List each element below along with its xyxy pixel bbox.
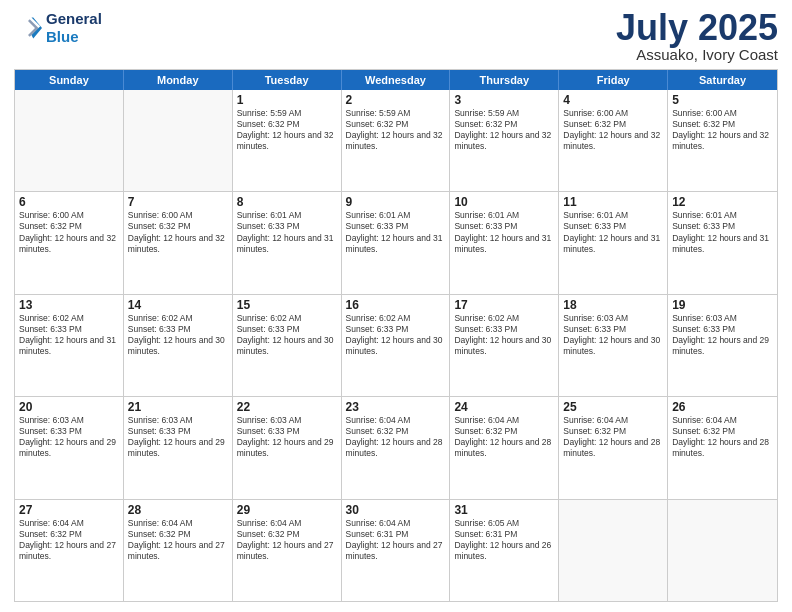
day-info: Sunrise: 6:01 AM Sunset: 6:33 PM Dayligh…: [672, 210, 773, 254]
calendar-cell: 31Sunrise: 6:05 AM Sunset: 6:31 PM Dayli…: [450, 500, 559, 601]
calendar-cell: [124, 90, 233, 191]
calendar-cell: 8Sunrise: 6:01 AM Sunset: 6:33 PM Daylig…: [233, 192, 342, 293]
calendar-cell: 13Sunrise: 6:02 AM Sunset: 6:33 PM Dayli…: [15, 295, 124, 396]
day-number: 19: [672, 298, 773, 312]
day-number: 6: [19, 195, 119, 209]
day-info: Sunrise: 6:02 AM Sunset: 6:33 PM Dayligh…: [346, 313, 446, 357]
day-number: 13: [19, 298, 119, 312]
calendar-week-1: 1Sunrise: 5:59 AM Sunset: 6:32 PM Daylig…: [15, 90, 777, 191]
day-info: Sunrise: 6:05 AM Sunset: 6:31 PM Dayligh…: [454, 518, 554, 562]
page: General Blue July 2025 Assuako, Ivory Co…: [0, 0, 792, 612]
day-info: Sunrise: 6:03 AM Sunset: 6:33 PM Dayligh…: [672, 313, 773, 357]
day-info: Sunrise: 5:59 AM Sunset: 6:32 PM Dayligh…: [237, 108, 337, 152]
calendar-cell: 21Sunrise: 6:03 AM Sunset: 6:33 PM Dayli…: [124, 397, 233, 498]
day-number: 3: [454, 93, 554, 107]
calendar-cell: 25Sunrise: 6:04 AM Sunset: 6:32 PM Dayli…: [559, 397, 668, 498]
calendar-cell: 29Sunrise: 6:04 AM Sunset: 6:32 PM Dayli…: [233, 500, 342, 601]
day-number: 4: [563, 93, 663, 107]
day-info: Sunrise: 6:03 AM Sunset: 6:33 PM Dayligh…: [563, 313, 663, 357]
calendar-cell: [559, 500, 668, 601]
calendar-cell: 1Sunrise: 5:59 AM Sunset: 6:32 PM Daylig…: [233, 90, 342, 191]
calendar-cell: 12Sunrise: 6:01 AM Sunset: 6:33 PM Dayli…: [668, 192, 777, 293]
day-info: Sunrise: 6:03 AM Sunset: 6:33 PM Dayligh…: [237, 415, 337, 459]
day-info: Sunrise: 6:04 AM Sunset: 6:32 PM Dayligh…: [19, 518, 119, 562]
weekday-header-tuesday: Tuesday: [233, 70, 342, 90]
weekday-header-saturday: Saturday: [668, 70, 777, 90]
day-info: Sunrise: 6:02 AM Sunset: 6:33 PM Dayligh…: [454, 313, 554, 357]
calendar-cell: 17Sunrise: 6:02 AM Sunset: 6:33 PM Dayli…: [450, 295, 559, 396]
weekday-header-wednesday: Wednesday: [342, 70, 451, 90]
day-number: 15: [237, 298, 337, 312]
day-number: 20: [19, 400, 119, 414]
day-number: 9: [346, 195, 446, 209]
day-number: 18: [563, 298, 663, 312]
day-number: 16: [346, 298, 446, 312]
calendar-cell: 15Sunrise: 6:02 AM Sunset: 6:33 PM Dayli…: [233, 295, 342, 396]
day-info: Sunrise: 5:59 AM Sunset: 6:32 PM Dayligh…: [346, 108, 446, 152]
day-number: 11: [563, 195, 663, 209]
day-number: 25: [563, 400, 663, 414]
weekday-header-friday: Friday: [559, 70, 668, 90]
calendar-cell: 26Sunrise: 6:04 AM Sunset: 6:32 PM Dayli…: [668, 397, 777, 498]
day-info: Sunrise: 6:01 AM Sunset: 6:33 PM Dayligh…: [454, 210, 554, 254]
calendar-cell: 11Sunrise: 6:01 AM Sunset: 6:33 PM Dayli…: [559, 192, 668, 293]
calendar-cell: 16Sunrise: 6:02 AM Sunset: 6:33 PM Dayli…: [342, 295, 451, 396]
calendar-cell: 18Sunrise: 6:03 AM Sunset: 6:33 PM Dayli…: [559, 295, 668, 396]
day-number: 23: [346, 400, 446, 414]
day-number: 26: [672, 400, 773, 414]
day-info: Sunrise: 6:02 AM Sunset: 6:33 PM Dayligh…: [128, 313, 228, 357]
day-info: Sunrise: 6:00 AM Sunset: 6:32 PM Dayligh…: [128, 210, 228, 254]
calendar-cell: 5Sunrise: 6:00 AM Sunset: 6:32 PM Daylig…: [668, 90, 777, 191]
calendar-cell: 9Sunrise: 6:01 AM Sunset: 6:33 PM Daylig…: [342, 192, 451, 293]
calendar-week-4: 20Sunrise: 6:03 AM Sunset: 6:33 PM Dayli…: [15, 396, 777, 498]
day-info: Sunrise: 6:00 AM Sunset: 6:32 PM Dayligh…: [563, 108, 663, 152]
title-block: July 2025 Assuako, Ivory Coast: [616, 10, 778, 63]
calendar: SundayMondayTuesdayWednesdayThursdayFrid…: [14, 69, 778, 602]
day-number: 5: [672, 93, 773, 107]
day-info: Sunrise: 6:04 AM Sunset: 6:32 PM Dayligh…: [672, 415, 773, 459]
location: Assuako, Ivory Coast: [616, 46, 778, 63]
day-info: Sunrise: 5:59 AM Sunset: 6:32 PM Dayligh…: [454, 108, 554, 152]
day-info: Sunrise: 6:04 AM Sunset: 6:32 PM Dayligh…: [454, 415, 554, 459]
day-info: Sunrise: 6:01 AM Sunset: 6:33 PM Dayligh…: [346, 210, 446, 254]
calendar-week-5: 27Sunrise: 6:04 AM Sunset: 6:32 PM Dayli…: [15, 499, 777, 601]
day-number: 30: [346, 503, 446, 517]
calendar-cell: 6Sunrise: 6:00 AM Sunset: 6:32 PM Daylig…: [15, 192, 124, 293]
day-info: Sunrise: 6:00 AM Sunset: 6:32 PM Dayligh…: [672, 108, 773, 152]
day-number: 7: [128, 195, 228, 209]
calendar-cell: 14Sunrise: 6:02 AM Sunset: 6:33 PM Dayli…: [124, 295, 233, 396]
weekday-header-sunday: Sunday: [15, 70, 124, 90]
month-title: July 2025: [616, 10, 778, 46]
calendar-cell: 24Sunrise: 6:04 AM Sunset: 6:32 PM Dayli…: [450, 397, 559, 498]
day-info: Sunrise: 6:04 AM Sunset: 6:31 PM Dayligh…: [346, 518, 446, 562]
logo-icon: [14, 14, 42, 42]
day-number: 1: [237, 93, 337, 107]
calendar-cell: 22Sunrise: 6:03 AM Sunset: 6:33 PM Dayli…: [233, 397, 342, 498]
day-number: 12: [672, 195, 773, 209]
day-number: 8: [237, 195, 337, 209]
day-number: 29: [237, 503, 337, 517]
calendar-cell: 4Sunrise: 6:00 AM Sunset: 6:32 PM Daylig…: [559, 90, 668, 191]
calendar-header-row: SundayMondayTuesdayWednesdayThursdayFrid…: [15, 70, 777, 90]
calendar-cell: 23Sunrise: 6:04 AM Sunset: 6:32 PM Dayli…: [342, 397, 451, 498]
day-number: 31: [454, 503, 554, 517]
day-number: 10: [454, 195, 554, 209]
weekday-header-monday: Monday: [124, 70, 233, 90]
day-number: 21: [128, 400, 228, 414]
day-info: Sunrise: 6:00 AM Sunset: 6:32 PM Dayligh…: [19, 210, 119, 254]
calendar-cell: 10Sunrise: 6:01 AM Sunset: 6:33 PM Dayli…: [450, 192, 559, 293]
day-number: 27: [19, 503, 119, 517]
day-info: Sunrise: 6:02 AM Sunset: 6:33 PM Dayligh…: [237, 313, 337, 357]
day-info: Sunrise: 6:04 AM Sunset: 6:32 PM Dayligh…: [563, 415, 663, 459]
day-info: Sunrise: 6:01 AM Sunset: 6:33 PM Dayligh…: [237, 210, 337, 254]
day-number: 17: [454, 298, 554, 312]
logo: General Blue: [14, 10, 102, 46]
day-number: 22: [237, 400, 337, 414]
day-info: Sunrise: 6:02 AM Sunset: 6:33 PM Dayligh…: [19, 313, 119, 357]
day-info: Sunrise: 6:01 AM Sunset: 6:33 PM Dayligh…: [563, 210, 663, 254]
day-info: Sunrise: 6:04 AM Sunset: 6:32 PM Dayligh…: [128, 518, 228, 562]
calendar-week-2: 6Sunrise: 6:00 AM Sunset: 6:32 PM Daylig…: [15, 191, 777, 293]
day-number: 24: [454, 400, 554, 414]
header: General Blue July 2025 Assuako, Ivory Co…: [14, 10, 778, 63]
logo-text: General Blue: [46, 10, 102, 46]
